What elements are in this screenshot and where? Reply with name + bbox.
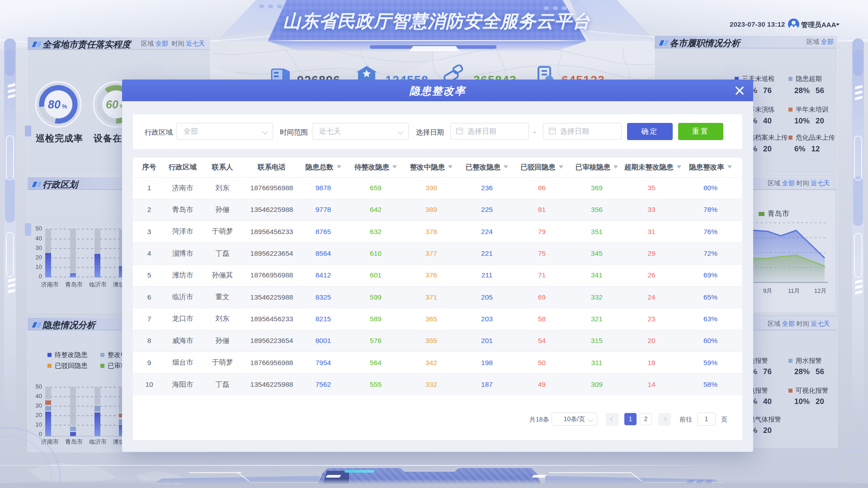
svg-text:%: % [62, 103, 67, 110]
svg-text:60: 60 [106, 98, 118, 111]
svg-text:80: 80 [48, 98, 61, 111]
